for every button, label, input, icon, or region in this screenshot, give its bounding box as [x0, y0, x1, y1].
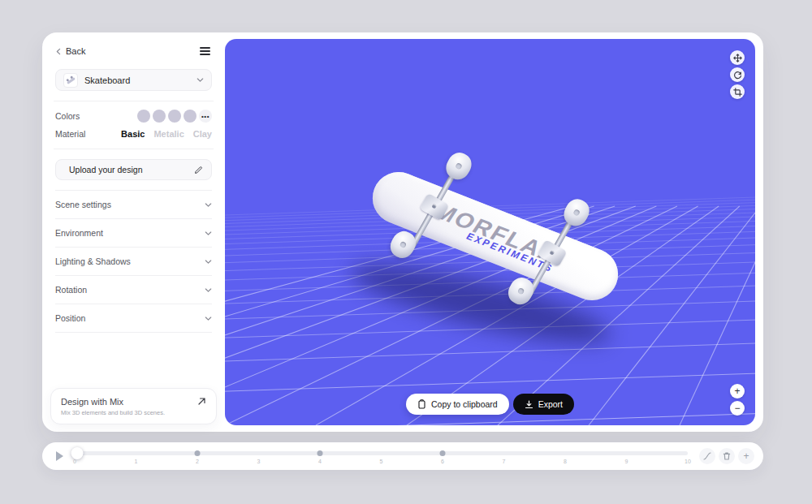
tick-label: 2 — [196, 459, 199, 464]
section-label: Rotation — [55, 285, 87, 295]
trash-icon — [722, 451, 732, 461]
divider — [54, 149, 214, 149]
keyframe-dot[interactable] — [195, 450, 201, 456]
timeline-track[interactable] — [75, 451, 688, 455]
copy-to-clipboard-button[interactable]: Copy to clipboard — [406, 394, 509, 415]
sidebar-header: Back — [55, 44, 212, 58]
tick-label: 5 — [380, 459, 383, 464]
colors-label: Colors — [55, 111, 137, 121]
settings-sections: Scene settings Environment Lighting & Sh… — [55, 190, 212, 333]
copy-label: Copy to clipboard — [431, 399, 498, 409]
material-label: Material — [55, 129, 121, 139]
add-keyframe-button[interactable]: + — [738, 448, 754, 464]
section-environment[interactable]: Environment — [55, 219, 212, 248]
tick-label: 9 — [625, 459, 628, 464]
section-rotation[interactable]: Rotation — [55, 276, 212, 304]
material-option-clay[interactable]: Clay — [193, 129, 212, 139]
export-button[interactable]: Export — [513, 394, 574, 415]
timeline-tools: + — [699, 448, 754, 464]
section-label: Position — [55, 313, 85, 323]
model-selector-label: Skateboard — [84, 75, 190, 85]
chevron-down-icon — [205, 315, 212, 322]
tick-label: 3 — [257, 459, 261, 464]
footer-card-title: Design with Mix — [61, 397, 206, 407]
arrow-up-right-icon — [197, 397, 206, 406]
keyframe-dot[interactable] — [440, 450, 446, 456]
hamburger-icon[interactable] — [198, 45, 212, 57]
section-label: Lighting & Shadows — [55, 256, 131, 266]
back-button[interactable]: Back — [55, 46, 85, 56]
design-with-mix-card[interactable]: Design with Mix Mix 3D elements and buil… — [50, 388, 217, 424]
section-lighting-shadows[interactable]: Lighting & Shadows — [55, 248, 212, 276]
download-icon — [525, 400, 533, 409]
crop-tool-button[interactable] — [730, 84, 745, 99]
back-label: Back — [66, 46, 85, 56]
timeline-track-area[interactable]: 0 1 2 3 4 5 6 7 8 9 10 — [75, 442, 688, 470]
chevron-left-icon — [55, 48, 63, 55]
skateboard-thumbnail-icon — [63, 73, 78, 88]
tick-label: 0 — [73, 459, 76, 464]
skateboard-wheel — [504, 274, 538, 308]
view-tools — [730, 50, 745, 99]
material-row: Material Basic Metalic Clay — [55, 129, 212, 139]
delete-keyframe-button[interactable] — [719, 448, 735, 464]
canvas-actions: Copy to clipboard Export — [225, 394, 755, 415]
chevron-down-icon — [205, 286, 212, 294]
tick-label: 4 — [318, 459, 322, 464]
rotate-tool-button[interactable] — [730, 67, 745, 82]
color-swatches: ••• — [137, 110, 212, 123]
scene-canvas[interactable]: MORFLAX EXPERIMENTS — [225, 39, 755, 425]
clipboard-icon — [417, 399, 426, 409]
color-swatch[interactable] — [168, 110, 181, 123]
rotate-icon — [733, 71, 742, 80]
tick-label: 7 — [503, 459, 506, 464]
section-scene-settings[interactable]: Scene settings — [55, 191, 212, 219]
chevron-down-icon — [197, 76, 204, 84]
easing-curve-icon — [702, 451, 712, 461]
upload-design-label: Upload your design — [69, 165, 194, 174]
play-button[interactable] — [56, 451, 63, 461]
colors-row: Colors ••• — [55, 110, 212, 123]
export-label: Export — [538, 399, 563, 409]
sidebar: Back Skateboard Colors ••• Material Basi… — [42, 32, 225, 432]
move-icon — [733, 54, 742, 62]
model-selector-dropdown[interactable]: Skateboard — [55, 69, 212, 91]
upload-design-button[interactable]: Upload your design — [55, 159, 212, 180]
material-options: Basic Metalic Clay — [121, 129, 212, 139]
playhead-thumb[interactable] — [71, 447, 84, 459]
color-swatch[interactable] — [137, 110, 150, 123]
skateboard-wheel — [387, 227, 420, 262]
material-option-basic[interactable]: Basic — [121, 129, 145, 139]
keyframe-dot[interactable] — [317, 450, 323, 456]
section-label: Scene settings — [55, 200, 111, 209]
easing-curve-button[interactable] — [699, 448, 715, 464]
move-tool-button[interactable] — [730, 50, 745, 65]
tick-label: 10 — [685, 459, 691, 464]
color-swatch[interactable] — [153, 110, 166, 123]
tick-label: 6 — [441, 459, 444, 464]
divider — [54, 101, 214, 101]
material-option-metalic[interactable]: Metalic — [153, 129, 184, 139]
tick-label: 1 — [135, 459, 138, 464]
color-swatch[interactable] — [184, 110, 197, 123]
crop-icon — [733, 88, 742, 97]
app-window: Back Skateboard Colors ••• Material Basi… — [42, 32, 763, 432]
section-position[interactable]: Position — [55, 304, 212, 333]
chevron-down-icon — [205, 230, 212, 237]
pencil-icon — [194, 166, 203, 174]
chevron-down-icon — [205, 258, 212, 265]
timeline-bar: 0 1 2 3 4 5 6 7 8 9 10 + — [42, 442, 763, 470]
tick-label: 8 — [564, 459, 567, 464]
chevron-down-icon — [205, 201, 212, 209]
section-label: Environment — [55, 228, 103, 238]
more-colors-button[interactable]: ••• — [199, 110, 212, 123]
footer-card-subtitle: Mix 3D elements and build 3D scenes. — [61, 409, 206, 416]
